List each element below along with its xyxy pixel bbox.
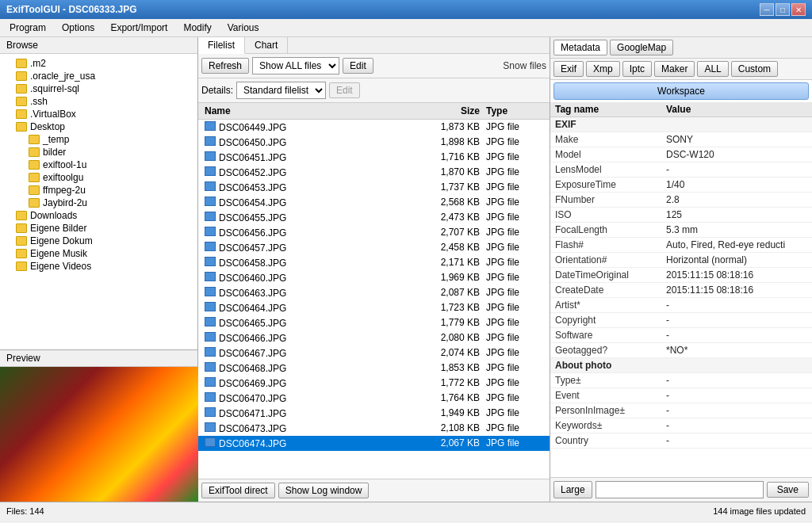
table-row[interactable]: DSC06454.JPG2,568 KBJPG file	[198, 195, 550, 210]
tree-item[interactable]: Eigene Videos	[3, 260, 194, 273]
tab-googlemap[interactable]: GoogleMap	[610, 40, 673, 55]
file-icon	[205, 257, 216, 266]
size-button[interactable]: Large	[553, 481, 592, 498]
tab-chart[interactable]: Chart	[245, 37, 288, 53]
tree-item[interactable]: .m2	[3, 57, 194, 70]
menu-options[interactable]: Options	[56, 21, 101, 35]
maximize-button[interactable]: □	[776, 3, 790, 16]
list-item[interactable]: Keywords±-	[550, 418, 812, 433]
edit-button-1[interactable]: Edit	[343, 58, 373, 74]
list-item[interactable]: LensModel-	[550, 162, 812, 178]
table-row[interactable]: DSC06469.JPG1,772 KBJPG file	[198, 376, 550, 391]
table-row[interactable]: DSC06463.JPG2,087 KBJPG file	[198, 285, 550, 300]
file-type: JPG file	[483, 391, 546, 405]
table-row[interactable]: DSC06466.JPG2,080 KBJPG file	[198, 330, 550, 345]
list-item[interactable]: Event-	[550, 388, 812, 403]
workspace-button[interactable]: Workspace	[553, 82, 809, 100]
tree-item[interactable]: ffmpeg-2u	[3, 184, 194, 197]
tree-item[interactable]: Desktop	[3, 120, 194, 133]
table-row[interactable]: DSC06470.JPG1,764 KBJPG file	[198, 391, 550, 406]
table-row[interactable]: DSC06450.JPG1,898 KBJPG file	[198, 135, 550, 150]
table-row[interactable]: DSC06468.JPG1,853 KBJPG file	[198, 361, 550, 376]
minimize-button[interactable]: ─	[760, 3, 774, 16]
menu-export-import[interactable]: Export/Import	[104, 21, 174, 35]
list-item[interactable]: Flash#Auto, Fired, Red-eye reducti	[550, 238, 812, 253]
tag-name: Software	[550, 328, 661, 343]
list-item[interactable]: FNumber2.8	[550, 193, 812, 208]
tree-item[interactable]: .oracle_jre_usa	[3, 70, 194, 82]
table-row[interactable]: DSC06464.JPG1,723 KBJPG file	[198, 300, 550, 315]
tree-item[interactable]: Eigene Musik	[3, 247, 194, 260]
tree-item[interactable]: .squirrel-sql	[3, 82, 194, 95]
table-row[interactable]: DSC06471.JPG1,949 KBJPG file	[198, 406, 550, 421]
tree-item[interactable]: Eigene Bilder	[3, 222, 194, 235]
show-files-select[interactable]: Show ALL files	[252, 57, 339, 74]
list-item[interactable]: MakeSONY	[550, 132, 812, 147]
value-input[interactable]	[596, 481, 764, 498]
list-item[interactable]: Type±-	[550, 373, 812, 388]
list-item[interactable]: FocalLength5.3 mm	[550, 223, 812, 238]
menu-various[interactable]: Various	[221, 21, 266, 35]
table-row[interactable]: DSC06460.JPG1,969 KBJPG file	[198, 270, 550, 285]
all-button[interactable]: ALL	[697, 61, 728, 77]
tab-metadata[interactable]: Metadata	[553, 40, 607, 55]
list-item[interactable]: Geotagged?*NO*	[550, 343, 812, 358]
list-item[interactable]: ExposureTime1/40	[550, 178, 812, 193]
tree-item[interactable]: Eigene Dokum	[3, 235, 194, 247]
table-row[interactable]: DSC06456.JPG2,707 KBJPG file	[198, 225, 550, 240]
exiftool-direct-button[interactable]: ExifTool direct	[201, 483, 275, 498]
file-type: JPG file	[483, 211, 546, 224]
save-button[interactable]: Save	[767, 482, 809, 498]
table-row[interactable]: DSC06473.JPG2,108 KBJPG file	[198, 421, 550, 436]
folder-icon	[16, 71, 27, 81]
tree-item[interactable]: .VirtualBox	[3, 108, 194, 120]
snow-files-label: Snow files	[503, 60, 546, 71]
tree-item[interactable]: bilder	[3, 146, 194, 158]
list-item[interactable]: ModelDSC-W120	[550, 147, 812, 162]
table-row[interactable]: DSC06455.JPG2,473 KBJPG file	[198, 210, 550, 225]
table-row[interactable]: DSC06449.JPG1,873 KBJPG file	[198, 120, 550, 135]
list-item[interactable]: About photo	[550, 358, 812, 373]
refresh-button[interactable]: Refresh	[201, 58, 249, 74]
custom-button[interactable]: Custom	[731, 61, 778, 77]
tree-item[interactable]: exiftool-1u	[3, 158, 194, 171]
close-button[interactable]: ✕	[791, 3, 806, 16]
list-item[interactable]: CreateDate2015:11:15 08:18:16	[550, 283, 812, 298]
xmp-button[interactable]: Xmp	[586, 61, 620, 77]
table-row[interactable]: DSC06453.JPG1,737 KBJPG file	[198, 180, 550, 195]
tree-item[interactable]: .ssh	[3, 95, 194, 108]
list-item[interactable]: EXIF	[550, 117, 812, 132]
file-name: DSC06464.JPG	[201, 301, 419, 315]
exif-button[interactable]: Exif	[553, 61, 584, 77]
tag-name: FocalLength	[550, 223, 661, 238]
table-row[interactable]: DSC06457.JPG2,458 KBJPG file	[198, 240, 550, 255]
list-item[interactable]: Orientation#Horizontal (normal)	[550, 253, 812, 268]
tree-item[interactable]: Jaybird-2u	[3, 197, 194, 209]
tree-item[interactable]: exiftoolgu	[3, 171, 194, 184]
tree-item[interactable]: Downloads	[3, 209, 194, 222]
table-row[interactable]: DSC06467.JPG2,074 KBJPG file	[198, 345, 550, 361]
list-item[interactable]: DateTimeOriginal2015:11:15 08:18:16	[550, 268, 812, 283]
table-row[interactable]: DSC06452.JPG1,870 KBJPG file	[198, 165, 550, 180]
iptc-button[interactable]: Iptc	[622, 61, 652, 77]
table-row[interactable]: DSC06451.JPG1,716 KBJPG file	[198, 150, 550, 165]
table-row[interactable]: DSC06465.JPG1,779 KBJPG file	[198, 315, 550, 330]
tab-filelist[interactable]: Filelist	[198, 37, 245, 54]
list-item[interactable]: Artist*-	[550, 298, 812, 313]
list-item[interactable]: Software-	[550, 328, 812, 343]
file-size: 2,074 KB	[419, 346, 483, 360]
menu-program[interactable]: Program	[3, 21, 52, 35]
table-row[interactable]: DSC06474.JPG2,067 KBJPG file	[198, 436, 550, 451]
file-size: 1,870 KB	[419, 166, 483, 179]
list-item[interactable]: ISO125	[550, 208, 812, 223]
show-log-button[interactable]: Show Log window	[278, 483, 370, 498]
details-select[interactable]: Standard filelist	[236, 82, 326, 99]
maker-button[interactable]: Maker	[654, 61, 695, 77]
tree-item[interactable]: _temp	[3, 133, 194, 146]
list-item[interactable]: PersonInImage±-	[550, 403, 812, 418]
tree-item-label: Desktop	[30, 121, 65, 132]
list-item[interactable]: Copyright-	[550, 313, 812, 328]
menu-modify[interactable]: Modify	[177, 21, 217, 35]
list-item[interactable]: Country-	[550, 433, 812, 449]
table-row[interactable]: DSC06458.JPG2,171 KBJPG file	[198, 255, 550, 270]
